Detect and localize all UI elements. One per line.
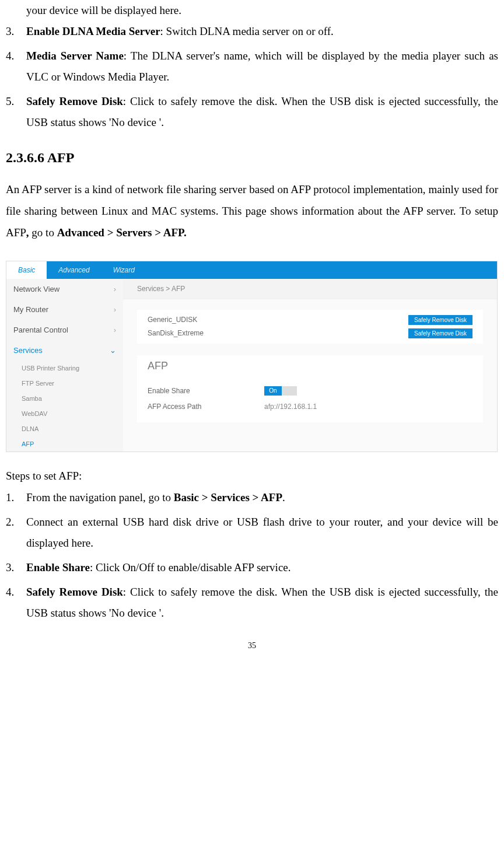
safely-remove-disk-button[interactable]: Safely Remove Disk xyxy=(408,328,473,338)
afp-panel-title: AFP xyxy=(137,355,483,377)
disk-name: Generic_UDISK xyxy=(148,316,197,324)
router-screenshot: Basic Advanced Wizard Network View› My R… xyxy=(6,261,498,452)
step-3: 3. Enable Share: Click On/Off to enable/… xyxy=(6,557,498,578)
sidebar-item-my-router[interactable]: My Router› xyxy=(6,299,123,320)
tab-wizard[interactable]: Wizard xyxy=(102,261,146,279)
list-item-3: 3. Enable DLNA Media Server: Switch DLNA… xyxy=(6,21,498,42)
chevron-right-icon: › xyxy=(114,305,116,314)
sidebar-item-parental-control[interactable]: Parental Control› xyxy=(6,320,123,340)
sidebar-sub-afp[interactable]: AFP xyxy=(6,436,123,452)
top-list: your device will be displayed here. 3. E… xyxy=(6,0,498,134)
tab-advanced[interactable]: Advanced xyxy=(47,261,101,279)
sidebar-sub-samba[interactable]: Samba xyxy=(6,391,123,406)
list-item-4: 4. Media Server Name: The DLNA server's … xyxy=(6,46,498,88)
sidebar-item-services[interactable]: Services⌄ xyxy=(6,340,123,361)
disk-name: SanDisk_Extreme xyxy=(148,329,204,337)
chevron-right-icon: › xyxy=(114,285,116,293)
step-4: 4. Safely Remove Disk: Click to safely r… xyxy=(6,582,498,624)
setting-afp-path: AFP Access Path afp://192.168.1.1 xyxy=(148,399,473,414)
sidebar-sub-webdav[interactable]: WebDAV xyxy=(6,406,123,421)
breadcrumb: Services > AFP xyxy=(123,279,497,299)
disk-row: Generic_UDISK Safely Remove Disk xyxy=(137,313,483,327)
tab-basic[interactable]: Basic xyxy=(6,261,47,279)
router-tabs: Basic Advanced Wizard xyxy=(6,261,497,279)
list-item-5: 5. Safely Remove Disk: Click to safely r… xyxy=(6,91,498,133)
chevron-down-icon: ⌄ xyxy=(110,346,116,355)
disk-row: SanDisk_Extreme Safely Remove Disk xyxy=(137,327,483,340)
steps-title: Steps to set AFP: xyxy=(6,470,498,482)
afp-path-value: afp://192.168.1.1 xyxy=(264,403,317,411)
sidebar-sub-dlna[interactable]: DLNA xyxy=(6,421,123,436)
enable-share-toggle[interactable]: On xyxy=(264,386,297,396)
steps-list: 1. From the navigation panel, go to Basi… xyxy=(6,487,498,624)
setting-enable-share: Enable Share On xyxy=(148,383,473,399)
list-continuation: your device will be displayed here. xyxy=(26,0,498,21)
section-heading-afp: 2.3.6.6 AFP xyxy=(6,150,498,166)
page-number: 35 xyxy=(6,641,498,656)
sidebar-item-network-view[interactable]: Network View› xyxy=(6,279,123,299)
safely-remove-disk-button[interactable]: Safely Remove Disk xyxy=(408,315,473,325)
afp-intro-paragraph: An AFP server is a kind of network file … xyxy=(6,179,498,243)
chevron-right-icon: › xyxy=(114,326,116,334)
router-sidebar: Network View› My Router› Parental Contro… xyxy=(6,279,123,452)
disk-list: Generic_UDISK Safely Remove Disk SanDisk… xyxy=(137,310,483,344)
sidebar-sub-ftp[interactable]: FTP Server xyxy=(6,376,123,391)
sidebar-sub-usb-printer[interactable]: USB Printer Sharing xyxy=(6,361,123,376)
step-1: 1. From the navigation panel, go to Basi… xyxy=(6,487,498,508)
step-2: 2. Connect an external USB hard disk dri… xyxy=(6,512,498,554)
